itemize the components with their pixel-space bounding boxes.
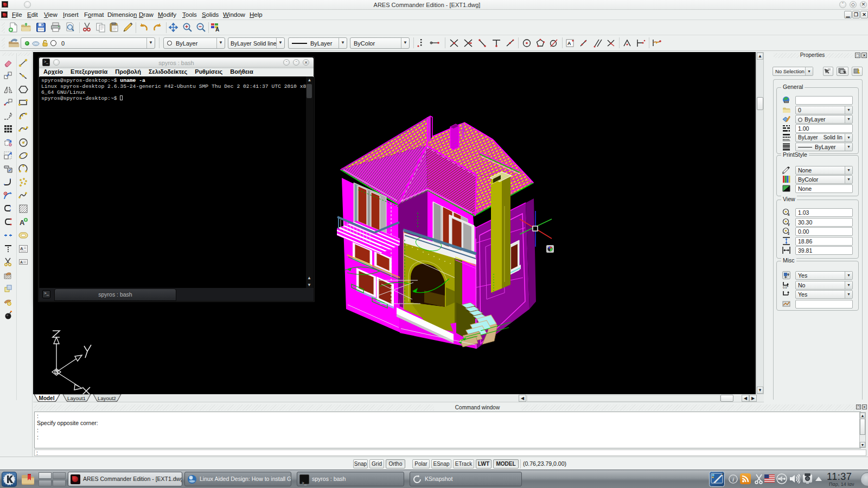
svg-text:Layout1: Layout1 (67, 395, 86, 401)
svg-text:A: A (567, 41, 571, 46)
svg-text:A: A (215, 27, 219, 33)
svg-text:Layout2: Layout2 (98, 395, 116, 401)
svg-text:Model: Model (39, 395, 55, 401)
svg-text:y: y (788, 222, 790, 226)
svg-text:A: A (20, 260, 23, 264)
svg-text:x: x (788, 213, 790, 216)
svg-text:i: i (732, 476, 735, 483)
svg-text:A: A (20, 246, 23, 251)
svg-text:0,0: 0,0 (783, 286, 787, 289)
svg-text:z: z (788, 232, 790, 235)
